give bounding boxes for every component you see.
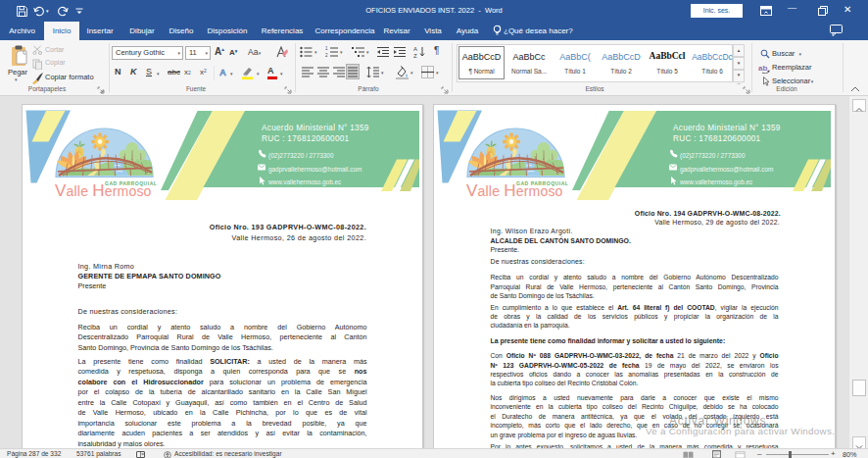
svg-text:GAD PARROQUIAL: GAD PARROQUIAL <box>516 180 568 186</box>
svg-text:GAD PARROQUIAL: GAD PARROQUIAL <box>105 180 157 186</box>
svg-text:gadprvallehermoso@hotmail.com: gadprvallehermoso@hotmail.com <box>268 166 362 174</box>
svg-text:1: 1 <box>325 46 328 51</box>
svg-text:RUC : 1768120600001: RUC : 1768120600001 <box>673 134 761 143</box>
svg-text:(02)2773220 / 2773300: (02)2773220 / 2773300 <box>268 152 334 160</box>
svg-text:(02)2773220 / 2773300: (02)2773220 / 2773300 <box>680 152 746 160</box>
svg-text:2: 2 <box>325 53 328 58</box>
svg-text:ab: ab <box>758 64 767 73</box>
svg-text:Acuerdo Ministerial N° 1359: Acuerdo Ministerial N° 1359 <box>262 124 369 132</box>
svg-text:RUC : 1768120600001: RUC : 1768120600001 <box>262 134 350 143</box>
svg-text:A: A <box>413 46 417 52</box>
svg-text:gadprvallehermoso@hotmail.com: gadprvallehermoso@hotmail.com <box>680 166 773 174</box>
svg-text:Acuerdo Ministerial N° 1359: Acuerdo Ministerial N° 1359 <box>673 124 781 132</box>
svg-text:www.vallehermoso.gob.ec: www.vallehermoso.gob.ec <box>267 178 342 186</box>
svg-text:Z: Z <box>413 53 417 58</box>
svg-text:www.vallehermoso.gob.ec: www.vallehermoso.gob.ec <box>679 178 753 186</box>
